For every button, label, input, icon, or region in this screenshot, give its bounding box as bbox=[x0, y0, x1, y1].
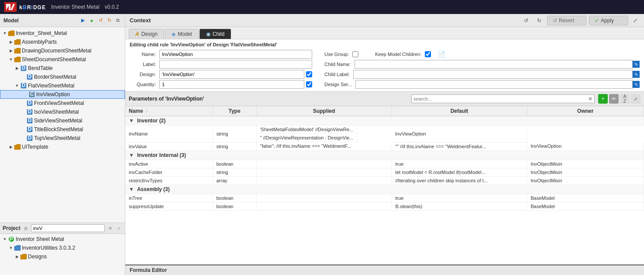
proj-toggle-utils[interactable]: ▼ bbox=[8, 245, 14, 251]
toggle-sheet[interactable]: ▼ bbox=[8, 56, 14, 63]
tree-item-ui[interactable]: ▶ UITemplate bbox=[0, 143, 125, 151]
toggle-drawing[interactable]: ▶ bbox=[8, 48, 14, 54]
proj-tree-item-root[interactable]: ▼ P Inventor Sheet Metal bbox=[0, 235, 125, 244]
apply-button[interactable]: ✓ Apply bbox=[589, 16, 628, 25]
design-ser-input[interactable] bbox=[355, 80, 633, 89]
params-add-button[interactable]: + bbox=[598, 94, 608, 104]
col-name[interactable]: Name ↑ bbox=[125, 106, 213, 116]
table-row[interactable]: invCacheFolder string let rootModel = R.… bbox=[125, 168, 644, 176]
group-inventor[interactable]: ▼ Inventor (2) bbox=[125, 116, 644, 125]
proj-label-designs: Designs bbox=[28, 254, 47, 260]
group-inventor-internal-toggle[interactable]: ▼ bbox=[129, 152, 134, 158]
tree-item-border[interactable]: ▶ D BorderSheetMetal bbox=[0, 73, 125, 81]
tree-item-iso[interactable]: ▶ D IsoViewSheetMetal bbox=[0, 108, 125, 116]
child-label-input[interactable] bbox=[353, 70, 633, 79]
group-assembly-toggle[interactable]: ▼ bbox=[129, 186, 134, 192]
design-ser-label: Design Ser... bbox=[324, 82, 352, 87]
quantity-checkbox[interactable] bbox=[306, 81, 312, 87]
cell-name: invActive bbox=[125, 160, 213, 168]
redo-button[interactable]: ↻ bbox=[534, 15, 544, 26]
tab-design-icon: A bbox=[135, 31, 139, 37]
label-label: Label: bbox=[130, 62, 156, 67]
label-titleblock: TitleBlockSheetMetal bbox=[34, 126, 83, 132]
toggle-ui[interactable]: ▶ bbox=[8, 144, 14, 150]
toggle-flatview[interactable]: ▼ bbox=[14, 83, 20, 89]
model-icon-5[interactable]: ⧉ bbox=[114, 17, 121, 24]
model-icon-2[interactable]: ● bbox=[88, 17, 95, 24]
project-search-clear[interactable]: ✕ bbox=[107, 225, 114, 232]
table-row[interactable]: restrictInvTypes array //Iterating over … bbox=[125, 176, 644, 184]
model-icon-4[interactable]: ↻ bbox=[106, 17, 113, 24]
params-sort-az-button[interactable]: AZ bbox=[620, 94, 630, 104]
design-input[interactable] bbox=[159, 70, 304, 79]
table-row[interactable]: invActive boolean true InvObjectMixin bbox=[125, 160, 644, 168]
tree-item-topview[interactable]: ▶ D TopViewSheetMetal bbox=[0, 134, 125, 143]
table-row[interactable]: invName string 'SheetMetalFoldedModel' /… bbox=[125, 125, 644, 143]
cell-owner: InvViewOption bbox=[392, 125, 527, 143]
child-name-check-btn[interactable]: ✎ bbox=[633, 61, 640, 68]
name-label: Name: bbox=[130, 52, 156, 57]
child-name-input[interactable] bbox=[355, 60, 633, 69]
icon-invview: C bbox=[28, 91, 35, 98]
use-group-checkbox[interactable] bbox=[352, 51, 358, 57]
model-icon-3[interactable]: ↺ bbox=[97, 17, 104, 24]
tree-item-titleblock[interactable]: ▶ D TitleBlockSheetMetal bbox=[0, 125, 125, 134]
group-inventor-internal[interactable]: ▼ Inventor Internal (3) bbox=[125, 150, 644, 160]
tree-item-invview[interactable]: ▶ C InvViewOption bbox=[0, 90, 125, 99]
project-expand[interactable]: ⤢ bbox=[115, 225, 122, 232]
tab-child[interactable]: ◉ Child bbox=[200, 29, 231, 39]
table-row[interactable]: suppressUpdate boolean B.olean(this) Bas… bbox=[125, 202, 644, 210]
apply-check-icon: ✓ bbox=[595, 17, 599, 24]
tree-item-root[interactable]: ▼ Inventor_Sheet_Metal bbox=[0, 29, 125, 38]
expand-button[interactable]: ⤢ bbox=[631, 16, 640, 25]
undo-icon: ↺ bbox=[524, 17, 528, 24]
revert-button[interactable]: ↺ Revert bbox=[547, 16, 586, 25]
toggle-assembly[interactable]: ▶ bbox=[8, 39, 14, 45]
name-input[interactable] bbox=[159, 50, 312, 59]
model-tree[interactable]: ▼ Inventor_Sheet_Metal ▶ AssemblyParts ▶ bbox=[0, 27, 125, 223]
project-icon-filter[interactable]: ⊞ bbox=[22, 225, 29, 232]
tree-item-bend[interactable]: ▶ D BendTable bbox=[0, 64, 125, 73]
tree-item-front[interactable]: ▶ D FrontViewSheetMetal bbox=[0, 99, 125, 108]
proj-tree-item-designs[interactable]: ▶ Designs bbox=[0, 252, 125, 261]
toggle-bend[interactable]: ▶ bbox=[14, 65, 20, 71]
group-inventor-internal-label: ▼ Inventor Internal (3) bbox=[125, 150, 644, 160]
undo-button[interactable]: ↺ bbox=[521, 15, 531, 26]
copy-icon[interactable]: 📄 bbox=[438, 51, 445, 58]
project-search-input[interactable] bbox=[31, 224, 105, 232]
tree-item-drawing[interactable]: ▶ DrawingDocumentSheetMetal bbox=[0, 46, 125, 55]
proj-toggle-designs[interactable]: ▶ bbox=[14, 254, 20, 260]
table-row[interactable]: inTree boolean true BaseModel bbox=[125, 194, 644, 202]
table-row[interactable]: invValue string "false"; //if this.invNa… bbox=[125, 142, 644, 150]
tree-item-flatview[interactable]: ▼ D FlatViewSheetMetal bbox=[0, 81, 125, 90]
params-search-input[interactable] bbox=[413, 96, 586, 101]
tab-model[interactable]: ◈ Model bbox=[165, 29, 199, 39]
params-edit-button[interactable]: ✏ bbox=[609, 94, 619, 104]
design-checkbox[interactable] bbox=[306, 71, 312, 77]
params-expand-button[interactable]: ⤢ bbox=[631, 94, 641, 104]
tab-design[interactable]: A Design bbox=[129, 29, 164, 39]
params-table-container[interactable]: Name ↑ Type Supplied Default bbox=[125, 106, 644, 265]
proj-tree-item-utils[interactable]: ▼ InventorUtilities 3.0.3.2 bbox=[0, 244, 125, 252]
col-supplied[interactable]: Supplied bbox=[256, 106, 392, 116]
params-search-clear-icon[interactable]: ✕ bbox=[588, 96, 592, 102]
tree-item-side[interactable]: ▶ D SideViewSheetMetal bbox=[0, 116, 125, 125]
col-owner[interactable]: Owner bbox=[527, 106, 644, 116]
toggle-root[interactable]: ▼ bbox=[2, 30, 8, 36]
project-tree[interactable]: ▼ P Inventor Sheet Metal ▼ InventorUtili… bbox=[0, 234, 125, 275]
model-icon-1[interactable]: ▶ bbox=[79, 17, 86, 24]
tree-item-assembly[interactable]: ▶ AssemblyParts bbox=[0, 38, 125, 46]
group-assembly[interactable]: ▼ Assembly (3) bbox=[125, 184, 644, 194]
design-ser-check-btn[interactable]: ✎ bbox=[633, 81, 640, 88]
col-default[interactable]: Default bbox=[392, 106, 527, 116]
child-label-check-btn[interactable]: ✎ bbox=[633, 71, 640, 78]
tree-item-sheet[interactable]: ▼ SheetDocumentSheetMetal bbox=[0, 55, 125, 64]
quantity-input[interactable] bbox=[159, 80, 304, 89]
col-type[interactable]: Type bbox=[213, 106, 256, 116]
label-input[interactable] bbox=[159, 60, 312, 69]
cell-name: invName bbox=[125, 125, 213, 143]
params-search-box[interactable]: ✕ bbox=[411, 94, 595, 103]
group-inventor-toggle[interactable]: ▼ bbox=[129, 118, 134, 124]
proj-toggle-root[interactable]: ▼ bbox=[2, 236, 8, 242]
keep-model-children-checkbox[interactable] bbox=[425, 51, 431, 57]
